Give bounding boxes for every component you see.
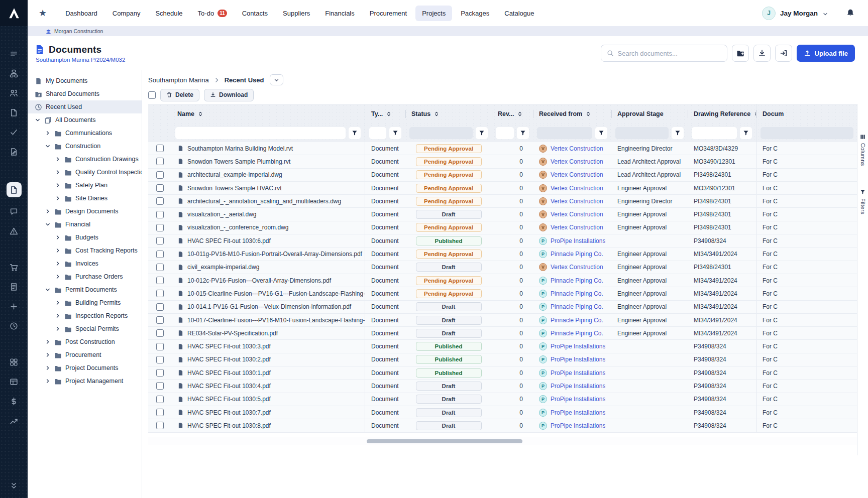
sort-icon[interactable] <box>386 111 392 117</box>
row-checkbox[interactable] <box>156 237 164 244</box>
sidebar-item-construction-drawings[interactable]: Construction Drawings <box>28 153 142 166</box>
row-checkbox[interactable] <box>156 211 164 218</box>
document-name-cell[interactable]: HVAC SPEC Fit-out 1030:4.pdf <box>171 380 365 392</box>
company-link[interactable]: Vertex Construction Solutions <box>551 264 605 271</box>
filter-funnel-button[interactable] <box>517 127 529 139</box>
table-row[interactable]: Snowdon Towers Sample HVAC.rvtDocumentPe… <box>148 182 857 195</box>
column-header-status[interactable]: Status <box>405 104 492 124</box>
people-icon[interactable] <box>8 87 20 98</box>
document-name-cell[interactable]: RE034-Solar-PV-Specification.pdf <box>171 327 365 339</box>
sidebar-item-construction[interactable]: Construction <box>28 140 142 153</box>
documents-icon[interactable] <box>7 182 22 197</box>
document-name-cell[interactable]: Snowdon Towers Sample HVAC.rvt <box>171 182 365 194</box>
company-link[interactable]: ProPipe Installations <box>551 237 605 244</box>
row-checkbox[interactable] <box>156 369 164 377</box>
document-name-cell[interactable]: HVAC SPEC Fit-out 1030:6.pdf <box>171 234 365 247</box>
row-checkbox[interactable] <box>156 329 164 337</box>
table-row[interactable]: HVAC SPEC Fit-out 1030:2.pdfDocumentPubl… <box>148 353 857 366</box>
chevron-down-icon[interactable] <box>45 221 51 227</box>
nav-item-procurement[interactable]: Procurement <box>363 6 413 21</box>
column-header-stage[interactable]: Approval Stage <box>611 104 688 124</box>
filter-input-stage[interactable] <box>615 127 669 139</box>
table-row[interactable]: 10-011g-PV16-M10-Fusion-Portrait-Overall… <box>148 247 857 261</box>
company-link[interactable]: ProPipe Installations <box>551 369 605 377</box>
filter-input-status[interactable] <box>409 127 473 139</box>
app-logo[interactable] <box>0 0 28 26</box>
row-checkbox[interactable] <box>156 184 164 192</box>
finance-icon[interactable] <box>8 396 20 407</box>
company-link[interactable]: Vertex Construction Solutions <box>551 158 605 165</box>
document-name-cell[interactable]: architectural_-_annotation_scaling_and_m… <box>171 195 365 207</box>
delete-button[interactable]: Delete <box>160 89 199 101</box>
document-name[interactable]: 10-012c-PV16-Fusion---Overall-Array-Dime… <box>187 277 331 284</box>
chevron-down-icon[interactable] <box>35 117 41 123</box>
document-name[interactable]: Snowdon Towers Sample Plumbing.rvt <box>187 158 290 165</box>
workspace-name[interactable]: Morgan Construction <box>54 28 103 34</box>
document-name-cell[interactable]: 10-011g-PV16-M10-Fusion-Portrait-Overall… <box>171 247 365 260</box>
sidebar-item-inspection-reports[interactable]: Inspection Reports <box>28 309 142 322</box>
table-row[interactable]: architectural_-_annotation_scaling_and_m… <box>148 195 857 208</box>
company-link[interactable]: Vertex Construction Solutions <box>551 171 605 178</box>
sidebar-item-procurement[interactable]: Procurement <box>28 348 142 361</box>
column-header-purpose[interactable]: Docum <box>756 104 857 124</box>
sidebar-item-project-management[interactable]: Project Management <box>28 375 142 388</box>
company-link[interactable]: Vertex Construction Solutions <box>551 145 605 152</box>
company-link[interactable]: ProPipe Installations <box>551 383 605 390</box>
nav-item-catalogue[interactable]: Catalogue <box>498 6 540 21</box>
company-link[interactable]: ProPipe Installations <box>551 422 605 429</box>
sidebar-item-permit-documents[interactable]: Permit Documents <box>28 283 142 296</box>
document-name-cell[interactable]: 10-017-Clearline-Fusion---PV16-M10-Fusio… <box>171 314 365 326</box>
document-name-cell[interactable]: Southampton Marina Building Model.rvt <box>171 142 365 155</box>
sidebar-item-quality-control-inspection[interactable]: Quality Control Inspection <box>28 166 142 179</box>
sidebar-item-communications[interactable]: Communications <box>28 127 142 140</box>
document-name[interactable]: Southampton Marina Building Model.rvt <box>187 145 293 152</box>
table-row[interactable]: visualization_-_conference_room.dwgDocum… <box>148 221 857 234</box>
company-link[interactable]: Pinnacle Piping Co. <box>551 290 603 297</box>
table-row[interactable]: civil_example-imperial.dwgDocumentDraft0… <box>148 261 857 274</box>
company-link[interactable]: ProPipe Installations <box>551 356 605 363</box>
company-link[interactable]: ProPipe Installations <box>551 343 605 350</box>
favorites-star-icon[interactable]: ★ <box>39 9 47 18</box>
nav-item-company[interactable]: Company <box>106 6 147 21</box>
sort-icon[interactable] <box>585 111 591 117</box>
company-link[interactable]: Pinnacle Piping Co. <box>551 303 603 310</box>
document-name[interactable]: architectural_-_annotation_scaling_and_m… <box>187 198 341 205</box>
select-all-checkbox[interactable] <box>148 91 156 99</box>
sidebar-item-financial[interactable]: Financial <box>28 218 142 231</box>
sort-icon[interactable] <box>433 111 440 117</box>
chevron-right-icon[interactable] <box>55 182 61 188</box>
breadcrumb-project[interactable]: Southampton Marina <box>148 76 209 84</box>
filter-input-ref[interactable] <box>692 127 737 139</box>
document-name[interactable]: HVAC SPEC Fit-out 1030:4.pdf <box>187 383 271 390</box>
row-checkbox[interactable] <box>156 303 164 311</box>
sidebar-item-building-permits[interactable]: Building Permits <box>28 296 142 309</box>
document-name-cell[interactable]: 10-015-Clearline-Fusion---PV16-G1---Fusi… <box>171 287 365 300</box>
document-name[interactable]: 10-014.1-PV16-G1-Fusion---Velux-Dimensio… <box>187 303 351 310</box>
file-edit-icon[interactable] <box>8 146 20 157</box>
sidebar-item-invoices[interactable]: Invoices <box>28 257 142 270</box>
row-checkbox[interactable] <box>156 396 164 403</box>
document-name[interactable]: HVAC SPEC Fit-out 1030:2.pdf <box>187 356 271 363</box>
filter-input-purpose[interactable] <box>761 127 853 139</box>
table-row[interactable]: architectural_example-imperial.dwgDocume… <box>148 169 857 182</box>
document-name-cell[interactable]: Snowdon Towers Sample Plumbing.rvt <box>171 155 365 168</box>
document-name-cell[interactable]: HVAC SPEC Fit-out 1030:3.pdf <box>171 340 365 352</box>
company-link[interactable]: Vertex Construction Solutions <box>551 211 605 218</box>
filter-input-from[interactable] <box>537 127 592 139</box>
sidebar-item-budgets[interactable]: Budgets <box>28 231 142 244</box>
document-name[interactable]: 10-015-Clearline-Fusion---PV16-G1---Fusi… <box>187 290 365 297</box>
company-link[interactable]: Vertex Construction Solutions <box>551 224 605 231</box>
chevron-right-icon[interactable] <box>55 234 61 240</box>
chevron-right-icon[interactable] <box>55 274 61 280</box>
filter-funnel-button[interactable] <box>476 127 488 139</box>
filter-funnel-button[interactable] <box>595 127 607 139</box>
new-folder-button[interactable] <box>732 45 749 62</box>
chevron-right-icon[interactable] <box>55 247 61 254</box>
table-row[interactable]: HVAC SPEC Fit-out 1030:7.pdfDocumentDraf… <box>148 406 857 419</box>
project-link[interactable]: Southampton Marina P/2024/M032 <box>36 57 125 63</box>
company-link[interactable]: Pinnacle Piping Co. <box>551 277 603 284</box>
row-checkbox[interactable] <box>156 382 164 390</box>
row-checkbox[interactable] <box>156 224 164 231</box>
column-header-name[interactable]: Name <box>171 104 365 124</box>
folder-dropdown-button[interactable] <box>270 74 283 85</box>
